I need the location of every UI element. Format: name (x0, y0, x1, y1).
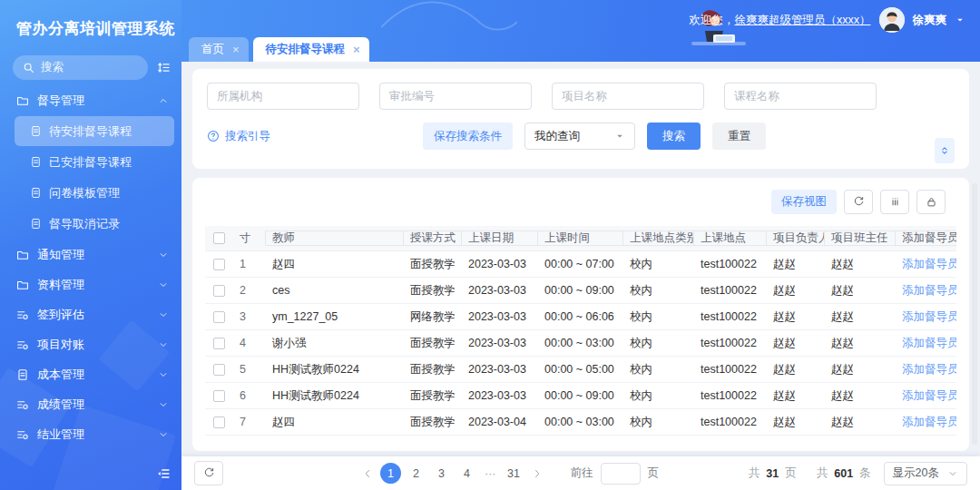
select-caret-down-icon (614, 131, 625, 142)
table-toolbar: 保存视图 (205, 190, 956, 214)
tab-首页[interactable]: 首页× (189, 37, 249, 62)
table-row: 7赵四面授教学2023-03-0400:00 ~ 03:00校内test1000… (205, 409, 956, 436)
search-guide-label: 搜索引导 (225, 129, 270, 144)
reset-button[interactable]: 重置 (712, 122, 766, 150)
chevron-up-icon (158, 95, 169, 106)
sidebar-search-input[interactable]: 搜索 (13, 55, 148, 80)
row-checkbox[interactable] (213, 416, 225, 428)
cell-date: 2023-03-04 (461, 416, 537, 428)
total-pages-value: 31 (766, 467, 779, 480)
row-checkbox[interactable] (213, 311, 225, 323)
close-icon[interactable]: × (353, 44, 360, 55)
row-checkbox[interactable] (213, 390, 225, 402)
cell-date: 2023-03-03 (461, 310, 537, 323)
page-3[interactable]: 3 (431, 463, 452, 484)
page-31[interactable]: 31 (504, 463, 524, 484)
sidebar-group-label: 资料管理 (37, 277, 84, 293)
page-next-icon[interactable] (529, 468, 545, 479)
scrollbar[interactable] (972, 183, 977, 445)
page-1[interactable]: 1 (380, 463, 401, 484)
panel-collapse-icon[interactable] (935, 138, 955, 163)
search-action-group: 保存搜索条件 我的查询 搜索 重置 (423, 122, 766, 150)
cell-teacher: ym_1227_05 (265, 310, 403, 323)
search-actions-row: 搜索引导 保存搜索条件 我的查询 搜索 重置 (207, 122, 955, 150)
doc-icon (30, 218, 42, 230)
row-checkbox-cell (205, 416, 232, 428)
user-name[interactable]: 徐爽爽 (913, 13, 947, 28)
cell-time: 00:00 ~ 06:06 (537, 310, 622, 323)
chevron-down-icon (158, 339, 169, 350)
sidebar-group-0[interactable]: 督导管理 (0, 85, 181, 115)
cell-place: test100022 (693, 258, 766, 270)
cell-place_type: 校内 (622, 309, 693, 325)
total-items-value: 601 (834, 467, 853, 480)
save-view-button[interactable]: 保存视图 (771, 190, 837, 214)
search-field-课程名称[interactable] (724, 83, 877, 110)
close-icon[interactable]: × (232, 44, 240, 55)
add-supervisor-link[interactable]: 添加督导员 (902, 258, 956, 270)
page-prev-icon[interactable] (359, 468, 376, 479)
page-2[interactable]: 2 (406, 463, 426, 484)
search-fields-row (207, 83, 955, 110)
sidebar-item-label: 问卷模板管理 (49, 185, 120, 201)
sidebar-group-2[interactable]: 资料管理 (0, 270, 181, 299)
table-row: 4谢小强面授教学2023-03-0300:00 ~ 03:00校内test100… (205, 330, 956, 357)
cell-method: 面授教学 (403, 362, 461, 377)
avatar[interactable] (879, 7, 905, 33)
sidebar-item-已安排督导课程[interactable]: 已安排督导课程 (15, 147, 174, 177)
page-size-select[interactable]: 显示20条 (884, 462, 967, 485)
columns-icon[interactable] (880, 190, 909, 214)
menu-sort-icon[interactable] (157, 61, 171, 74)
save-search-condition-button[interactable]: 保存搜索条件 (423, 122, 513, 150)
cell-teacher: ces (265, 284, 403, 297)
search-field-项目名称[interactable] (552, 83, 704, 110)
cell-place_type: 校内 (622, 388, 693, 404)
chevron-down-icon (158, 279, 169, 290)
cell-method: 面授教学 (403, 336, 461, 351)
search-button[interactable]: 搜索 (647, 122, 701, 150)
search-field-所属机构[interactable] (207, 83, 359, 110)
cell-action: 添加督导员 (895, 336, 956, 351)
add-supervisor-link[interactable]: 添加督导员 (902, 389, 956, 402)
add-supervisor-link[interactable]: 添加督导员 (902, 416, 956, 428)
lock-icon[interactable] (916, 190, 946, 214)
cell-method: 面授教学 (403, 283, 461, 299)
cell-method: 面授教学 (403, 415, 461, 430)
doc-icon (30, 156, 42, 168)
sidebar-item-督导取消记录[interactable]: 督导取消记录 (15, 209, 174, 239)
sidebar-group-3[interactable]: 签到评估 (0, 299, 181, 329)
chevron-down-icon (158, 399, 169, 410)
tab-label: 待安排督导课程 (266, 42, 346, 57)
row-checkbox[interactable] (213, 285, 225, 297)
search-guide-link[interactable]: 搜索引导 (207, 129, 270, 144)
table-refresh-icon[interactable] (194, 461, 223, 485)
add-supervisor-link[interactable]: 添加督导员 (902, 337, 956, 349)
cell-place: test100022 (693, 337, 766, 349)
select-all-checkbox[interactable] (213, 232, 225, 244)
tab-待安排督导课程[interactable]: 待安排督导课程× (253, 37, 369, 62)
sidebar-group-1[interactable]: 通知管理 (0, 240, 181, 270)
welcome-user-link[interactable]: 徐爽爽超级管理员（xxxx） (735, 13, 871, 28)
cell-no: 4 (232, 337, 265, 349)
add-supervisor-link[interactable]: 添加督导员 (902, 284, 956, 297)
jump-page-input[interactable] (601, 463, 641, 485)
table-panel: 保存视图 寸教师授课方式上课日期上课时间上课地点类别上课地点项目负责人项目班主任… (192, 178, 969, 451)
cell-time: 00:00 ~ 03:00 (537, 416, 622, 428)
row-checkbox-cell (205, 364, 232, 376)
sidebar-collapse-icon[interactable] (156, 466, 171, 481)
column-header-上课时间: 上课时间 (537, 230, 622, 246)
sidebar-item-问卷模板管理[interactable]: 问卷模板管理 (15, 178, 174, 208)
page-size-caret-down-icon (947, 468, 958, 479)
cell-place_type: 校内 (622, 283, 693, 299)
user-caret-down-icon[interactable] (955, 15, 965, 25)
row-checkbox[interactable] (213, 338, 225, 349)
search-field-审批编号[interactable] (379, 83, 532, 110)
row-checkbox[interactable] (213, 364, 225, 376)
row-checkbox[interactable] (213, 259, 225, 270)
page-4[interactable]: 4 (456, 463, 477, 484)
sidebar-item-待安排督导课程[interactable]: 待安排督导课程 (15, 116, 174, 146)
refresh-icon[interactable] (844, 190, 873, 214)
my-query-select[interactable]: 我的查询 (524, 122, 635, 150)
add-supervisor-link[interactable]: 添加督导员 (902, 310, 956, 323)
add-supervisor-link[interactable]: 添加督导员 (902, 363, 956, 376)
